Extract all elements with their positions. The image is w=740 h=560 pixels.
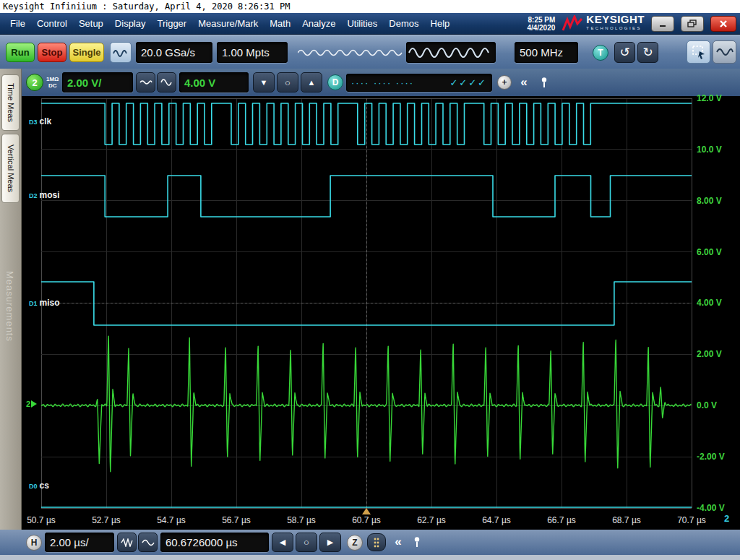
- menu-item-trigger[interactable]: Trigger: [151, 18, 192, 29]
- digital-channel-label-cs[interactable]: D0 cs: [29, 481, 49, 491]
- coupling-label: DC: [46, 82, 59, 89]
- vertical-scale-field[interactable]: 2.00 V/: [62, 72, 133, 92]
- collapse-bar-button[interactable]: «: [516, 74, 532, 91]
- horizontal-toolbar: H 2.00 µs/ 60.6726000 µs ◀ ○ ▶ Z «: [0, 530, 740, 555]
- touch-zones-button[interactable]: [367, 533, 386, 551]
- digital-badge[interactable]: D: [327, 74, 343, 90]
- restore-icon: [687, 20, 697, 28]
- tab-vertical-meas[interactable]: Vertical Meas: [1, 134, 20, 203]
- close-button[interactable]: [710, 16, 736, 32]
- vertical-offset-field[interactable]: 4.00 V: [179, 72, 249, 92]
- timebase-zoom-out-button[interactable]: [117, 533, 137, 552]
- menu-item-math[interactable]: Math: [264, 18, 296, 29]
- time-axis-label: 52.7 µs: [83, 515, 129, 525]
- menu-bar: File Control Setup Display Trigger Measu…: [0, 13, 740, 35]
- chevron-right-icon: ▶: [327, 538, 333, 547]
- time-axis-label: 58.7 µs: [278, 515, 324, 525]
- waveform-plot[interactable]: [22, 96, 740, 530]
- scale-decrease-button[interactable]: [136, 72, 155, 92]
- minimize-icon: [658, 20, 668, 28]
- time-axis-label: 54.7 µs: [148, 515, 194, 525]
- dots-grid-icon: [372, 537, 381, 548]
- zoom-badge[interactable]: Z: [347, 535, 363, 551]
- offset-down-button[interactable]: ▼: [253, 72, 275, 92]
- run-button[interactable]: Run: [6, 43, 35, 62]
- channel-coupling-label: 1MΩ DC: [46, 76, 59, 89]
- minimize-button[interactable]: [651, 16, 674, 32]
- tab-time-meas[interactable]: Time Meas: [1, 74, 20, 131]
- brand-name: KEYSIGHT: [586, 14, 645, 24]
- memory-window-indicator[interactable]: [406, 42, 496, 63]
- menu-item-file[interactable]: File: [4, 18, 31, 29]
- pin-icon: [412, 536, 422, 548]
- expand-wave-icon: [142, 538, 155, 548]
- trigger-time-marker[interactable]: [362, 508, 371, 514]
- knob-icon: ○: [304, 537, 309, 548]
- digital-channel-label-clk[interactable]: D3 clk: [29, 116, 51, 126]
- waveform-tool-button[interactable]: [713, 40, 736, 64]
- voltage-axis-label: 8.00 V: [697, 196, 722, 206]
- large-wave-icon: [160, 77, 173, 88]
- voltage-axis-label: -4.00 V: [697, 503, 725, 513]
- menu-item-display[interactable]: Display: [109, 18, 152, 29]
- sample-rate-field[interactable]: 20.0 GSa/s: [136, 42, 212, 63]
- repetitive-acquisition-button[interactable]: [110, 42, 132, 63]
- position-right-button[interactable]: ▶: [319, 533, 341, 552]
- channel-2-ground-marker[interactable]: 2: [26, 400, 37, 408]
- menu-item-measure-mark[interactable]: Measure/Mark: [192, 18, 264, 29]
- menu-item-setup[interactable]: Setup: [73, 18, 109, 29]
- menu-item-demos[interactable]: Demos: [383, 18, 424, 29]
- time-axis-label: 64.7 µs: [473, 515, 520, 525]
- single-button[interactable]: Single: [69, 43, 104, 62]
- collapse-icon: «: [520, 75, 527, 90]
- redo-button[interactable]: ↻: [637, 42, 658, 63]
- undo-button[interactable]: ↺: [614, 42, 635, 63]
- bandwidth-field[interactable]: 500 MHz: [515, 42, 578, 63]
- waveform-icon: [716, 46, 733, 58]
- add-channel-button[interactable]: +: [497, 75, 512, 90]
- close-icon: [719, 20, 728, 28]
- channel-2-badge[interactable]: 2: [26, 74, 43, 91]
- collapse-hbar-button[interactable]: «: [390, 533, 406, 551]
- impedance-label: 1MΩ: [46, 76, 59, 82]
- digital-active-checks: ✓✓✓✓: [449, 77, 487, 88]
- timebase-zoom-in-button[interactable]: [138, 533, 158, 552]
- digital-channels-indicator[interactable]: ···· ···· ···· ✓✓✓✓: [346, 74, 492, 92]
- scope-display[interactable]: D3 clk D2 mosi D1 miso D0 cs 12.0 V 10.0…: [22, 96, 740, 530]
- voltage-axis-label: 0.0 V: [697, 400, 717, 410]
- chevron-up-icon: ▲: [308, 78, 316, 87]
- offset-knob-button[interactable]: ○: [277, 72, 298, 92]
- time-axis-label: 56.7 µs: [213, 515, 259, 525]
- time-axis-label: 62.7 µs: [408, 515, 455, 525]
- horizontal-badge[interactable]: H: [26, 535, 42, 551]
- menu-item-analyze[interactable]: Analyze: [296, 18, 341, 29]
- title-text: Keysight Infiniium : Saturday, April 4, …: [3, 1, 290, 12]
- pin-bar-button[interactable]: [536, 74, 552, 91]
- position-knob-button[interactable]: ○: [296, 533, 317, 552]
- memory-window-waveform-icon: [406, 42, 496, 63]
- voltage-axis-label: -2.00 V: [697, 452, 725, 462]
- pin-hbar-button[interactable]: [409, 533, 425, 551]
- offset-up-button[interactable]: ▲: [301, 72, 322, 92]
- digital-channel-label-mosi[interactable]: D2 mosi: [29, 190, 60, 200]
- timebase-field[interactable]: 2.00 µs/: [45, 533, 114, 552]
- horizontal-reference-marker: 2: [724, 513, 729, 524]
- restore-button[interactable]: [681, 16, 704, 32]
- horizontal-position-field[interactable]: 60.6726000 µs: [160, 533, 269, 552]
- redo-icon: ↻: [642, 45, 653, 60]
- voltage-axis-label: 4.00 V: [697, 298, 722, 308]
- time-axis-label: 68.7 µs: [603, 515, 650, 525]
- menu-item-utilities[interactable]: Utilities: [341, 18, 383, 29]
- digital-channel-label-miso[interactable]: D1 miso: [29, 298, 60, 308]
- trigger-badge[interactable]: T: [593, 45, 608, 61]
- voltage-axis-label: 12.0 V: [697, 93, 722, 103]
- bottom-strip: [0, 555, 740, 560]
- menu-item-control[interactable]: Control: [31, 18, 73, 29]
- stop-button[interactable]: Stop: [38, 43, 66, 62]
- select-tool-button[interactable]: [687, 40, 710, 64]
- memory-depth-field[interactable]: 1.00 Mpts: [217, 42, 288, 63]
- scale-increase-button[interactable]: [157, 72, 176, 92]
- menu-item-help[interactable]: Help: [425, 18, 456, 29]
- position-left-button[interactable]: ◀: [272, 533, 293, 552]
- selection-box-icon: [692, 45, 706, 59]
